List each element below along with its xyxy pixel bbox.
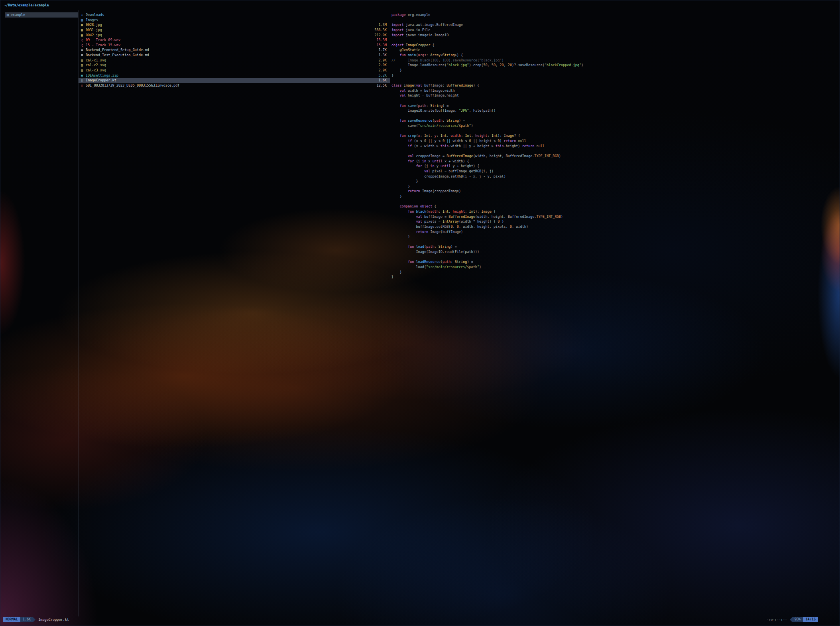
code-line [390,98,838,103]
code-line [390,255,838,260]
code-line: val height = buffImage.height [390,93,838,98]
file-permissions: -rw-r--r-- [767,618,787,622]
file-row[interactable]: ▦0028.jpg1.3M [79,22,390,28]
parent-dir-name: example [11,12,25,18]
file-size: 2.9K [379,58,387,63]
code-line: val pixels = IntArray(width * height) { … [390,219,838,224]
archive-icon: ▣ [81,73,86,78]
code-line: fun crop(x: Int, y: Int, width: Int, hei… [390,133,838,138]
file-name: 0042.jpg [86,33,371,38]
file-size: 212.9K [374,33,387,38]
image-icon: ▦ [81,22,86,28]
code-line: if (x + width > this.width || y + height… [390,144,838,149]
code-line: Image.loadResource("black.jpg").crop(50,… [390,63,838,68]
file-position-badge: 14/15 [803,617,818,622]
file-name: 09 - Track 09.wav [86,38,373,43]
code-line: } [390,179,838,184]
code-line: fun saveResource(path: String) = [390,118,838,123]
code-line [390,128,838,134]
file-name: Backend_Test_Execution_Guide.md [86,53,376,58]
kotlin-icon: ▯ [81,78,86,83]
status-filename: ImageCropper.kt [38,618,69,622]
code-line: fun load(path: String) = [390,244,838,249]
file-name: Images [86,18,384,23]
code-line: package org.example [390,12,838,18]
code-line: return Image(croppedImage) [390,189,838,194]
file-name: 0031.jpg [86,28,371,33]
audio-icon: ♫ [81,43,86,48]
code-line: fun black(width: Int, height: Int): Imag… [390,209,838,214]
audio-icon: ♫ [81,38,86,43]
code-line [390,113,838,118]
file-name: ImageCropper.kt [86,78,376,83]
file-row[interactable]: ▯ImageCropper.kt1.6K [79,78,390,83]
code-line: for (j in y until y + height) { [390,164,838,169]
powerline-separator-icon [33,617,35,622]
file-row[interactable]: ♫09 - Track 09.wav15.3M [79,38,390,43]
code-line: fun save(path: String) = [390,103,838,109]
code-line: val width = buffImage.width [390,88,838,93]
status-bar-right: -rw-r--r-- 93% 14/15 [767,617,818,622]
vector-icon: ▧ [81,58,86,63]
file-size: 12.5K [376,83,387,88]
file-list-pane[interactable]: ⇓Downloads▤Images▦0028.jpg1.3M▦0031.jpg5… [79,12,390,88]
folder-icon: ▤ [81,18,86,23]
file-size: 15.3M [376,38,387,43]
mode-badge: NORMAL [3,617,20,622]
code-line: } [390,73,838,78]
vector-icon: ▧ [81,63,86,68]
file-size-badge: 1.6K [20,617,33,622]
code-line: } [390,68,838,73]
code-line: croppedImage.setRGB(i - x, j - y, pixel) [390,174,838,179]
code-line: ImageIO.write(buffImage, "JPG", File(pat… [390,108,838,113]
code-line: Image(ImageIO.read(File(path))) [390,249,838,255]
file-row[interactable]: ▦0042.jpg212.9K [79,33,390,38]
image-icon: ▦ [81,33,86,38]
file-size: 1.6K [379,78,387,83]
file-size: 15.3M [376,43,387,48]
status-bar-left: NORMAL 1.6K ImageCropper.kt [3,617,69,622]
code-line: } [390,184,838,189]
code-line: save("src/main/resources/$path") [390,123,838,128]
file-row[interactable]: ▧cal-c2.svg2.9K [79,63,390,68]
code-line [390,148,838,154]
file-row[interactable]: ▦0031.jpg586.3K [79,28,390,33]
terminal-window[interactable]: ~/Data/example/example ▤example ⇓Downloa… [0,0,840,626]
code-line: for (i in x until x + width) { [390,159,838,164]
code-line: companion object { [390,204,838,209]
file-row[interactable]: ▧cal-c3.svg2.9K [79,68,390,73]
file-row[interactable]: ⇓Downloads [79,12,390,18]
code-line: load("src/main/resources/$path") [390,265,838,270]
file-size: 1.3M [379,22,387,28]
code-line: import java.awt.image.BufferedImage [390,22,838,28]
file-size: 1.7K [379,47,387,53]
file-name: Backend_Frontend_Setup_Guide.md [86,47,376,53]
file-preview-pane[interactable]: package org.example import java.awt.imag… [390,12,838,280]
file-name: SBI_0032013739_2023_DE05_0003155631Invoi… [86,83,373,88]
code-line: val pixel = buffImage.getRGB(i, j) [390,169,838,174]
code-line: import javax.imageio.ImageIO [390,33,838,38]
file-row[interactable]: ≡Backend_Frontend_Setup_Guide.md1.7K [79,47,390,53]
vector-icon: ▧ [81,68,86,73]
code-line [390,239,838,245]
file-row[interactable]: ▯SBI_0032013739_2023_DE05_0003155631Invo… [79,83,390,88]
parent-dir-item[interactable]: ▤example [5,12,78,18]
file-row[interactable]: ≡Backend_Test_Execution_Guide.md1.3K [79,53,390,58]
file-size: 5.2K [379,73,387,78]
file-name: 0028.jpg [86,22,376,28]
file-name: cal-c2.svg [86,63,376,68]
code-line: class Image(val buffImage: BufferedImage… [390,83,838,88]
file-row[interactable]: ♫15 - Track 15.wav15.3M [79,43,390,48]
code-line: } [390,234,838,239]
code-line: } [390,194,838,199]
code-line: fun main(args: Array<String>) { [390,53,838,58]
pane-divider-left [78,10,79,616]
file-name: IDEAsettings.zip [86,73,376,78]
parent-directory-pane[interactable]: ▤example [5,12,78,18]
image-icon: ▦ [81,28,86,33]
code-line: fun loadResource(path: String) = [390,259,838,265]
file-row[interactable]: ▤Images [79,18,390,23]
file-row[interactable]: ▣IDEAsettings.zip5.2K [79,73,390,78]
file-row[interactable]: ▧cal-c1.svg2.9K [79,58,390,63]
file-size: 2.9K [379,68,387,73]
